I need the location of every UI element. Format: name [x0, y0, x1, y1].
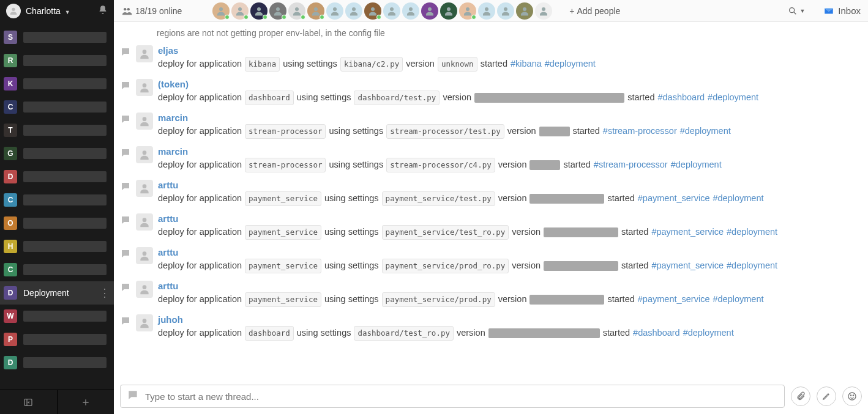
collapse-button[interactable] [0, 390, 58, 414]
message-author[interactable]: arttu [158, 213, 777, 224]
message-avatar[interactable] [136, 213, 153, 231]
hashtag-link[interactable]: #deployment [727, 225, 777, 239]
member-avatar[interactable] [231, 2, 249, 20]
member-avatar[interactable] [307, 2, 324, 20]
sidebar-item[interactable]: T [0, 119, 114, 142]
sidebar-item[interactable]: H [0, 235, 114, 258]
hashtag-link[interactable]: #payment_service [651, 225, 724, 239]
text-segment: using settings [329, 158, 383, 172]
sidebar-item[interactable]: P [0, 328, 114, 351]
sidebar-item[interactable]: C [0, 95, 114, 119]
member-avatar[interactable] [269, 2, 286, 20]
thread-icon[interactable] [120, 79, 131, 105]
hashtag-link[interactable]: #deployment [545, 57, 596, 71]
message-avatar[interactable] [136, 314, 153, 331]
bell-icon[interactable] [98, 5, 108, 17]
member-avatar[interactable] [383, 2, 400, 20]
online-count[interactable]: 18/19 online [121, 6, 182, 16]
sidebar-item[interactable]: D [0, 351, 114, 374]
hashtag-link[interactable]: #deployment [727, 259, 777, 273]
message-avatar[interactable] [136, 180, 153, 197]
compose-box[interactable] [120, 385, 785, 408]
edit-button[interactable] [817, 386, 836, 406]
thread-icon[interactable] [120, 180, 131, 206]
channel-more-icon[interactable]: ⋮ [99, 286, 110, 300]
member-avatar[interactable] [516, 2, 533, 20]
sidebar-item-deployment[interactable]: DDeployment⋮ [0, 281, 114, 305]
message-author[interactable]: juhoh [158, 314, 734, 325]
sidebar-item[interactable]: W [0, 305, 114, 328]
hashtag-link[interactable]: #payment_service [638, 191, 710, 205]
emoji-button[interactable] [842, 386, 862, 406]
sidebar-item[interactable]: G [0, 142, 114, 165]
message-avatar[interactable] [136, 113, 153, 130]
member-avatar[interactable] [250, 2, 268, 20]
member-avatar[interactable] [440, 2, 457, 20]
member-avatar[interactable] [326, 2, 343, 20]
hashtag-link[interactable]: #deployment [713, 292, 763, 306]
text-segment: using settings [324, 259, 379, 273]
thread-icon[interactable] [120, 247, 131, 273]
message-author[interactable]: eljas [158, 45, 596, 56]
channel-badge: T [4, 124, 17, 137]
message-author[interactable]: arttu [158, 180, 764, 190]
sidebar-item[interactable]: S [0, 26, 114, 49]
hashtag-link[interactable]: #deployment [680, 124, 731, 138]
add-button[interactable] [58, 390, 114, 414]
sidebar-item[interactable]: C [0, 258, 114, 281]
thread-icon[interactable] [120, 281, 131, 307]
message-avatar[interactable] [136, 281, 153, 298]
message-author[interactable]: arttu [158, 281, 764, 291]
hashtag-link[interactable]: #dashboard [657, 91, 705, 105]
inbox-button[interactable]: Inbox [823, 6, 861, 17]
hashtag-link[interactable]: #deployment [713, 191, 763, 205]
member-avatar[interactable] [535, 2, 552, 20]
member-avatar[interactable] [288, 2, 305, 20]
hashtag-link[interactable]: #stream-processor [594, 158, 668, 172]
compose-input[interactable] [145, 391, 778, 402]
current-user-avatar[interactable] [6, 4, 21, 18]
hashtag-link[interactable]: #deployment [671, 158, 722, 172]
hashtag-link[interactable]: #payment_service [651, 259, 724, 273]
member-avatar[interactable] [364, 2, 381, 20]
member-avatar[interactable] [478, 2, 495, 20]
sidebar-item[interactable]: D [0, 165, 114, 188]
thread-icon[interactable] [120, 146, 131, 172]
message-author[interactable]: arttu [158, 247, 777, 257]
hashtag-link[interactable]: #deployment [708, 91, 758, 105]
app-name-pill: stream-processor [245, 124, 326, 139]
message-avatar[interactable] [136, 45, 153, 62]
member-avatar[interactable] [345, 2, 362, 20]
thread-icon[interactable] [120, 213, 131, 240]
version-redacted [474, 93, 624, 103]
member-avatar[interactable] [459, 2, 476, 20]
hashtag-link[interactable]: #stream-processor [603, 124, 677, 138]
message-author[interactable]: (token) [158, 79, 758, 89]
member-avatar[interactable] [402, 2, 419, 20]
thread-icon[interactable] [120, 314, 131, 341]
sidebar-item[interactable]: K [0, 72, 114, 95]
member-avatar[interactable] [497, 2, 514, 20]
add-people-button[interactable]: + Add people [569, 6, 620, 16]
thread-icon[interactable] [120, 113, 131, 139]
message-avatar[interactable] [136, 146, 153, 163]
hashtag-link[interactable]: #dashboard [633, 326, 680, 340]
member-avatar[interactable] [421, 2, 438, 20]
message-author[interactable]: marcin [158, 113, 731, 123]
member-avatar[interactable] [212, 2, 230, 20]
sidebar-item[interactable]: O [0, 212, 114, 235]
message-author[interactable]: marcin [158, 146, 722, 157]
hashtag-link[interactable]: #payment_service [638, 292, 710, 306]
hashtag-link[interactable]: #deployment [683, 326, 734, 340]
message-text: deploy for applicationstream-processorus… [158, 123, 731, 139]
hashtag-link[interactable]: #kibana [511, 57, 542, 71]
user-menu[interactable]: Charlotta ▼ [26, 6, 93, 16]
thread-icon[interactable] [120, 45, 131, 72]
message-avatar[interactable] [136, 247, 153, 264]
search-button[interactable]: ▼ [788, 6, 805, 16]
attach-button[interactable] [791, 386, 810, 406]
sidebar-item[interactable]: R [0, 49, 114, 72]
sidebar-item[interactable]: C [0, 188, 114, 212]
channel-label-redacted [23, 334, 107, 345]
message-avatar[interactable] [136, 79, 153, 96]
